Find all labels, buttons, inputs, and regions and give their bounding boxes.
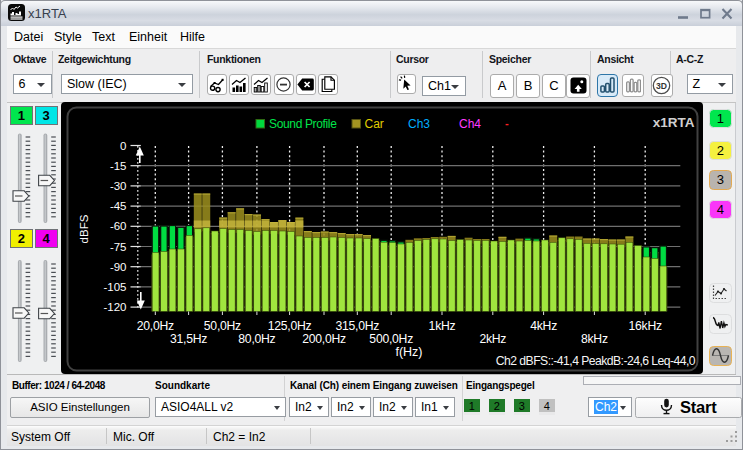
svg-text:8kHz: 8kHz bbox=[581, 332, 608, 346]
svg-text:315,0Hz: 315,0Hz bbox=[335, 319, 379, 333]
svg-text:dBFS: dBFS bbox=[78, 214, 90, 243]
svg-text:-45: -45 bbox=[110, 200, 127, 212]
svg-text:Ch2 dBFS::-41,4 PeakdB:-24,6 L: Ch2 dBFS::-41,4 PeakdB:-24,6 Leq-44,0 bbox=[496, 354, 696, 368]
svg-text:-30: -30 bbox=[110, 180, 127, 192]
svg-text:-: - bbox=[505, 117, 509, 129]
svg-text:-75: -75 bbox=[110, 241, 127, 253]
svg-text:Ch4: Ch4 bbox=[459, 117, 481, 131]
svg-text:x1RTA: x1RTA bbox=[653, 115, 695, 130]
svg-text:-120: -120 bbox=[103, 301, 126, 313]
svg-text:200,0Hz: 200,0Hz bbox=[302, 332, 346, 346]
svg-text:-15: -15 bbox=[110, 160, 127, 172]
svg-text:125,0Hz: 125,0Hz bbox=[268, 319, 312, 333]
svg-text:Sound Profile: Sound Profile bbox=[269, 117, 337, 131]
svg-text:0: 0 bbox=[120, 140, 126, 152]
svg-text:Ch3: Ch3 bbox=[408, 117, 430, 131]
svg-text:16kHz: 16kHz bbox=[629, 319, 662, 333]
svg-text:500,0Hz: 500,0Hz bbox=[369, 332, 413, 346]
svg-text:-90: -90 bbox=[110, 261, 127, 273]
svg-text:1kHz: 1kHz bbox=[429, 319, 456, 333]
svg-text:20,0Hz: 20,0Hz bbox=[137, 319, 174, 333]
svg-text:Car: Car bbox=[365, 117, 384, 131]
svg-text:2kHz: 2kHz bbox=[479, 332, 506, 346]
svg-text:-60: -60 bbox=[110, 220, 127, 232]
svg-text:50,0Hz: 50,0Hz bbox=[204, 319, 241, 333]
svg-text:f(Hz): f(Hz) bbox=[395, 345, 422, 359]
svg-text:4kHz: 4kHz bbox=[530, 319, 557, 333]
svg-text:80,0Hz: 80,0Hz bbox=[238, 332, 275, 346]
svg-text:-105: -105 bbox=[103, 281, 126, 293]
svg-text:3D: 3D bbox=[656, 81, 667, 91]
svg-text:31,5Hz: 31,5Hz bbox=[170, 332, 207, 346]
